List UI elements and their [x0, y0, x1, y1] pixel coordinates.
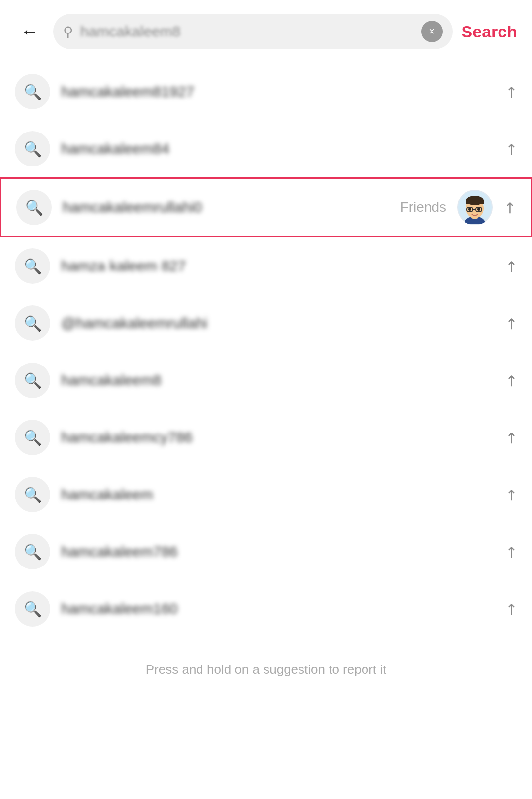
search-icon: 🔍	[24, 83, 42, 100]
search-icon: 🔍	[24, 372, 42, 389]
svg-rect-5	[466, 200, 484, 204]
list-item[interactable]: 🔍hamcakaleemrullahi0Friends	[0, 177, 532, 237]
back-button[interactable]: ←	[15, 17, 44, 46]
navigate-icon: ↗	[500, 484, 521, 505]
back-arrow-icon: ←	[20, 22, 39, 41]
navigate-icon: ↗	[500, 81, 521, 102]
suggestion-text: @hamcakaleemrullahi	[61, 315, 494, 332]
list-item[interactable]: 🔍hamcakaleem81927↗	[0, 63, 532, 120]
suggestion-search-icon-wrap: 🔍	[15, 534, 50, 569]
suggestion-text: hamcakaleem786	[61, 543, 494, 560]
suggestion-search-icon-wrap: 🔍	[15, 591, 50, 627]
suggestion-text: hamcakaleem8	[61, 372, 494, 389]
search-icon: 🔍	[24, 543, 42, 561]
suggestion-search-icon-wrap: 🔍	[15, 477, 50, 512]
suggestion-text: hamcakaleem84	[61, 140, 494, 157]
friends-badge: Friends	[400, 200, 446, 215]
suggestion-search-icon-wrap: 🔍	[15, 74, 50, 109]
suggestion-text: hamza kaleem 827	[61, 258, 494, 274]
suggestions-list: 🔍hamcakaleem81927↗🔍hamcakaleem84↗🔍hamcak…	[0, 58, 532, 642]
list-item[interactable]: 🔍hamcakaleem↗	[0, 466, 532, 523]
clear-button[interactable]: ×	[421, 21, 443, 42]
list-item[interactable]: 🔍hamcakaleem160↗	[0, 580, 532, 637]
search-icon: 🔍	[24, 258, 42, 275]
list-item[interactable]: 🔍hamcakaleem8↗	[0, 352, 532, 409]
list-item[interactable]: 🔍hamza kaleem 827↗	[0, 237, 532, 295]
svg-point-9	[468, 208, 471, 211]
search-input[interactable]	[80, 23, 414, 40]
navigate-icon: ↗	[500, 599, 521, 619]
clear-icon: ×	[429, 26, 435, 37]
navigate-icon: ↗	[499, 197, 520, 218]
search-icon: 🔍	[24, 429, 42, 446]
search-icon: ⚲	[63, 24, 73, 40]
suggestion-search-icon-wrap: 🔍	[15, 131, 50, 166]
list-item[interactable]: 🔍hamcakaleem786↗	[0, 523, 532, 580]
avatar	[457, 190, 493, 225]
navigate-icon: ↗	[500, 541, 521, 562]
suggestion-search-icon-wrap: 🔍	[15, 248, 50, 284]
search-icon: 🔍	[24, 486, 42, 503]
suggestion-search-icon-wrap: 🔍	[15, 305, 50, 341]
suggestion-search-icon-wrap: 🔍	[15, 420, 50, 455]
list-item[interactable]: 🔍hamcakaleemcy786↗	[0, 409, 532, 466]
search-icon: 🔍	[24, 600, 42, 618]
list-item[interactable]: 🔍@hamcakaleemrullahi↗	[0, 295, 532, 352]
search-bar: ⚲ ×	[53, 14, 453, 49]
avatar-svg	[458, 191, 492, 224]
navigate-icon: ↗	[500, 138, 521, 159]
navigate-icon: ↗	[500, 313, 521, 333]
search-icon: 🔍	[24, 315, 42, 332]
header: ← ⚲ × Search	[0, 0, 532, 58]
suggestion-text: hamcakaleemrullahi0	[63, 199, 390, 216]
search-icon: 🔍	[24, 140, 42, 158]
suggestion-text: hamcakaleem160	[61, 600, 494, 617]
suggestion-text: hamcakaleem	[61, 486, 494, 503]
suggestion-text: hamcakaleem81927	[61, 83, 494, 100]
search-action-button[interactable]: Search	[462, 22, 517, 41]
navigate-icon: ↗	[500, 370, 521, 391]
suggestion-search-icon-wrap: 🔍	[16, 190, 52, 225]
svg-point-10	[477, 208, 480, 211]
footer-hint: Press and hold on a suggestion to report…	[0, 642, 532, 702]
search-icon: 🔍	[25, 199, 43, 216]
list-item[interactable]: 🔍hamcakaleem84↗	[0, 120, 532, 177]
suggestion-text: hamcakaleemcy786	[61, 429, 494, 446]
navigate-icon: ↗	[500, 256, 521, 276]
navigate-icon: ↗	[500, 427, 521, 448]
suggestion-search-icon-wrap: 🔍	[15, 363, 50, 398]
